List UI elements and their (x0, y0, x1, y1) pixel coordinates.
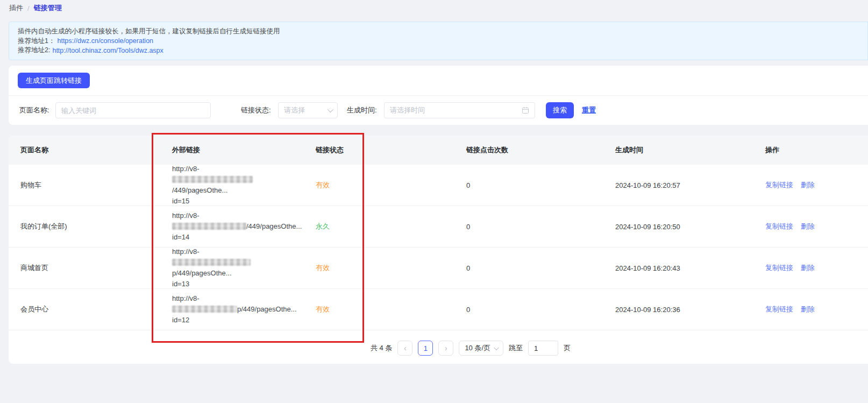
table-row: 我的订单(全部) http://v8- /449/pagesOthe... id… (9, 206, 868, 248)
generate-link-button[interactable]: 生成页面跳转链接 (18, 73, 90, 88)
notice-addr1-link[interactable]: https://dwz.cn/console/operation (57, 37, 153, 45)
actions-cell: 复制链接 删除 (753, 263, 868, 273)
redacted-url-segment (172, 223, 246, 230)
page-name-cell: 购物车 (9, 180, 160, 190)
click-count-cell: 0 (454, 181, 603, 189)
page-name-input[interactable] (55, 102, 211, 118)
copy-link-button[interactable]: 复制链接 (765, 181, 793, 189)
notice-addr1-label: 推荐地址1： (18, 37, 55, 46)
notice-addr2-link[interactable]: http://tool.chinaz.com/Tools/dwz.aspx (52, 47, 163, 54)
filter-divider (9, 95, 868, 96)
table-row: 会员中心 http://v8- p/449/pagesOthe... id=12… (9, 289, 868, 330)
actions-cell: 复制链接 删除 (753, 305, 868, 314)
page-name-cell: 商城首页 (9, 263, 160, 273)
copy-link-button[interactable]: 复制链接 (765, 305, 793, 313)
external-link-cell: http://v8- p/449/pagesOthe... id=12 (160, 293, 304, 326)
header-click-count: 链接点击次数 (454, 145, 603, 155)
url-line-3: id=15 (172, 196, 304, 207)
status-cell: 有效 (304, 263, 454, 273)
url-line-2: p/449/pagesOthe... (172, 257, 304, 279)
created-time-cell: 2024-10-09 16:20:36 (603, 306, 753, 314)
actions-cell: 复制链接 删除 (753, 222, 868, 231)
breadcrumb-parent[interactable]: 插件 (9, 3, 23, 13)
reset-button[interactable]: 重置 (582, 102, 596, 118)
status-cell: 有效 (304, 305, 454, 314)
page-size-select[interactable]: 10 条/页 (459, 341, 503, 356)
status-cell: 永久 (304, 222, 454, 231)
table-row: 商城首页 http://v8- p/449/pagesOthe... id=13… (9, 248, 868, 289)
table-row: 购物车 http://v8- /449/pagesOthe... id=15 有… (9, 165, 868, 206)
created-time-placeholder: 请选择时间 (390, 105, 522, 115)
notice-line-1: 插件内自动生成的小程序链接较长，如果用于短信，建议复制链接后自行生成短链接使用 (18, 27, 859, 36)
url-suffix: p/449/pagesOthe... (172, 269, 232, 277)
pagination-page-1[interactable]: 1 (418, 341, 433, 356)
notice-text: 插件内自动生成的小程序链接较长，如果用于短信，建议复制链接后自行生成短链接使用 (18, 27, 280, 36)
status-badge: 有效 (316, 264, 330, 272)
calendar-icon (522, 107, 529, 114)
url-suffix: /449/pagesOthe... (172, 186, 227, 194)
delete-button[interactable]: 删除 (801, 222, 815, 230)
delete-button[interactable]: 删除 (801, 264, 815, 272)
url-line-2: /449/pagesOthe... (172, 174, 304, 196)
notice-line-3: 推荐地址2: http://tool.chinaz.com/Tools/dwz.… (18, 46, 859, 55)
page-name-cell: 会员中心 (9, 305, 160, 314)
url-line-1: http://v8- (172, 293, 304, 304)
url-line-3: id=12 (172, 315, 304, 326)
url-line-1: http://v8- (172, 164, 304, 174)
page-suffix-label: 页 (564, 343, 571, 353)
pagination-prev-button[interactable]: ‹ (397, 341, 412, 356)
created-time-cell: 2024-10-09 16:20:50 (603, 223, 753, 231)
breadcrumb: 插件 / 链接管理 (9, 3, 62, 13)
redacted-url-segment (172, 259, 251, 266)
header-page-name: 页面名称 (9, 145, 160, 155)
page-name-cell: 我的订单(全部) (9, 222, 160, 231)
external-link-cell: http://v8- /449/pagesOthe... id=14 (160, 210, 304, 243)
link-status-select[interactable]: 请选择 (278, 102, 338, 118)
header-actions: 操作 (753, 145, 868, 155)
status-cell: 有效 (304, 180, 454, 190)
breadcrumb-current[interactable]: 链接管理 (34, 3, 62, 13)
pagination-next-button[interactable]: › (438, 341, 453, 356)
notice-banner: 插件内自动生成的小程序链接较长，如果用于短信，建议复制链接后自行生成短链接使用 … (9, 22, 868, 60)
table-header-row: 页面名称 外部链接 链接状态 链接点击次数 生成时间 操作 (9, 136, 868, 165)
notice-line-2: 推荐地址1： https://dwz.cn/console/operation (18, 37, 859, 46)
status-badge: 有效 (316, 181, 330, 189)
url-line-3: id=13 (172, 279, 304, 289)
copy-link-button[interactable]: 复制链接 (765, 264, 793, 272)
filter-row: 页面名称: 链接状态: 请选择 生成时间: 请选择时间 搜索 重置 (9, 102, 868, 118)
external-link-cell: http://v8- p/449/pagesOthe... id=13 (160, 246, 304, 289)
filter-panel: 生成页面跳转链接 页面名称: 链接状态: 请选择 生成时间: 请选择时间 搜索 … (9, 66, 868, 125)
url-line-1: http://v8- (172, 246, 304, 257)
page-size-value: 10 条/页 (465, 343, 490, 353)
delete-button[interactable]: 删除 (801, 181, 815, 189)
link-status-placeholder: 请选择 (284, 105, 328, 115)
link-status-label: 链接状态: (241, 102, 271, 118)
delete-button[interactable]: 删除 (801, 305, 815, 313)
click-count-cell: 0 (454, 306, 603, 314)
breadcrumb-separator: / (27, 4, 30, 12)
url-line-1: http://v8- (172, 210, 304, 221)
click-count-cell: 0 (454, 223, 603, 231)
url-line-2: /449/pagesOthe... (172, 221, 304, 232)
status-badge: 有效 (316, 305, 330, 313)
redacted-url-segment (172, 176, 253, 183)
chevron-down-icon (328, 107, 333, 112)
table-body: 购物车 http://v8- /449/pagesOthe... id=15 有… (9, 165, 868, 330)
url-suffix: /449/pagesOthe... (246, 222, 302, 230)
pagination: 共 4 条 ‹ 1 › 10 条/页 跳至 页 (41, 330, 868, 366)
created-time-picker[interactable]: 请选择时间 (384, 102, 535, 118)
status-badge: 永久 (316, 222, 330, 230)
pagination-total: 共 4 条 (371, 343, 392, 353)
url-line-3: id=14 (172, 232, 304, 243)
url-suffix: p/449/pagesOthe... (237, 305, 297, 313)
created-time-cell: 2024-10-09 16:20:43 (603, 264, 753, 272)
search-button[interactable]: 搜索 (546, 102, 574, 118)
actions-cell: 复制链接 删除 (753, 180, 868, 190)
notice-addr2-label: 推荐地址2: (18, 46, 50, 55)
created-time-cell: 2024-10-09 16:20:57 (603, 181, 753, 189)
header-external-link: 外部链接 (160, 145, 304, 155)
header-created-time: 生成时间 (603, 145, 753, 155)
jump-page-input[interactable] (528, 341, 558, 356)
copy-link-button[interactable]: 复制链接 (765, 222, 793, 230)
jump-label: 跳至 (509, 343, 523, 353)
